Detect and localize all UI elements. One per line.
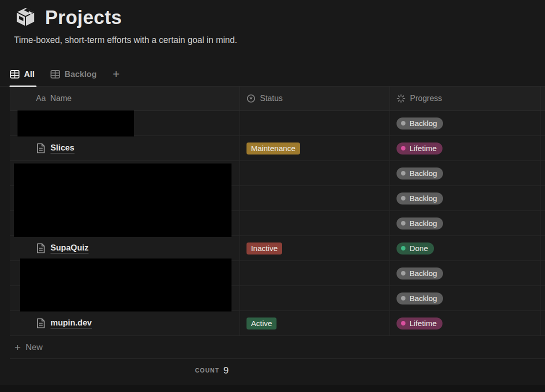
package-box-icon[interactable] [14,6,37,29]
progress-pill[interactable]: Backlog [396,192,443,204]
page-doc-icon [36,243,46,254]
project-name-link[interactable]: Slices [50,143,74,154]
status-cell[interactable] [240,286,390,311]
tab-all-label: All [24,70,34,79]
progress-pill[interactable]: Lifetime [396,142,442,154]
progress-cell[interactable]: Backlog [390,111,541,136]
plus-icon: + [14,342,20,352]
project-name-link[interactable]: SupaQuiz [50,243,88,254]
status-cell[interactable]: Active [240,311,390,336]
status-cell[interactable] [240,161,390,186]
column-header-progress[interactable]: Progress [390,86,541,111]
progress-cell[interactable]: Backlog [390,261,541,286]
row-spacer [541,111,545,136]
status-cell[interactable]: Inactive [240,236,390,261]
status-dot-icon [401,246,406,250]
redaction-box [20,258,232,312]
table-row: SupaQuizInactiveDone [10,236,545,261]
status-dot-icon [401,296,406,300]
page-title: Projects [45,7,122,28]
page-doc-icon [36,143,46,154]
name-cell[interactable]: Slices [10,136,240,161]
table-row: SlicesMaintenanceLifetime [10,136,545,161]
row-spacer [541,136,545,161]
status-cell[interactable]: Maintenance [240,136,390,161]
page-header: Projects Time-boxed, short-term efforts … [0,0,545,46]
progress-cell[interactable]: Done [390,236,541,261]
status-dot-icon [401,146,406,150]
progress-cell[interactable]: Backlog [390,211,541,236]
bottom-strip [0,385,545,392]
progress-pill[interactable]: Backlog [396,118,443,130]
row-spacer [541,311,545,336]
progress-pill[interactable]: Backlog [396,218,443,230]
status-burst-icon [396,94,406,103]
table-view-icon [50,70,60,78]
redaction-box [18,110,134,136]
status-pill[interactable]: Maintenance [246,142,300,154]
tab-backlog[interactable]: Backlog [50,62,96,86]
progress-cell[interactable]: Lifetime [390,136,541,161]
status-pill[interactable]: Active [246,318,276,330]
progress-pill[interactable]: Lifetime [396,318,442,330]
status-cell[interactable] [240,211,390,236]
status-dot-icon [401,321,406,326]
status-cell[interactable] [240,261,390,286]
progress-pill[interactable]: Backlog [396,168,443,180]
status-cell[interactable] [240,186,390,211]
name-cell[interactable]: SupaQuiz [10,236,240,261]
row-spacer [541,261,545,286]
progress-pill-label: Backlog [410,219,437,228]
title-row: Projects [14,6,545,29]
tab-all[interactable]: All [10,62,34,86]
progress-cell[interactable]: Backlog [390,161,541,186]
text-type-icon: Aa [36,94,46,103]
progress-pill-label: Backlog [410,194,437,203]
progress-pill[interactable]: Backlog [396,268,443,280]
view-tabs: All Backlog + [0,62,545,86]
name-cell[interactable]: mupin.dev [10,311,240,336]
progress-pill-label: Lifetime [410,319,436,328]
status-dot-icon [401,221,406,226]
progress-cell[interactable]: Backlog [390,286,541,311]
column-name-label: Name [50,94,72,103]
progress-pill[interactable]: Done [396,242,434,254]
progress-pill-label: Backlog [410,169,437,178]
row-spacer [541,186,545,211]
row-spacer [541,161,545,186]
table-header-spacer [541,86,545,111]
table-view-icon [10,70,20,78]
project-name-link[interactable]: mupin.dev [50,318,92,328]
table-row: mupin.devActiveLifetime [10,311,545,336]
page-doc-icon [36,318,46,328]
redaction-box [14,164,232,237]
new-row-label: New [26,342,42,352]
column-header-status[interactable]: Status [240,86,390,111]
column-header-name[interactable]: Aa Name [10,86,240,111]
progress-pill-label: Done [410,244,428,253]
count-footer[interactable]: COUNT 9 [10,359,545,382]
count-label: COUNT [195,367,220,374]
progress-pill-label: Lifetime [410,144,436,153]
status-pill[interactable]: Inactive [246,242,282,254]
row-spacer [541,211,545,236]
new-row-button[interactable]: + New [10,336,545,359]
count-value: 9 [224,365,229,376]
progress-cell[interactable]: Lifetime [390,311,541,336]
column-progress-label: Progress [410,94,442,103]
status-cell[interactable] [240,111,390,136]
status-dot-icon [401,196,406,200]
status-dot-icon [401,271,406,276]
column-status-label: Status [260,94,282,103]
row-spacer [541,286,545,311]
table-header-row: Aa Name Status [10,86,545,111]
progress-pill-label: Backlog [410,294,437,303]
progress-cell[interactable]: Backlog [390,186,541,211]
tab-backlog-label: Backlog [64,70,96,79]
progress-pill[interactable]: Backlog [396,292,443,304]
add-view-button[interactable]: + [112,68,120,80]
progress-pill-label: Backlog [410,269,437,278]
select-type-icon [246,94,256,103]
page-description: Time-boxed, short-term efforts with a ce… [14,35,545,46]
status-dot-icon [401,171,406,176]
